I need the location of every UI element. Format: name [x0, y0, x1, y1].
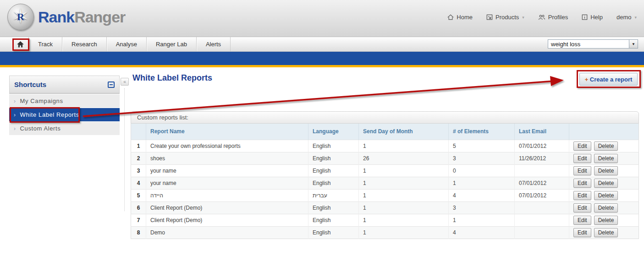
cell-send-day: 26: [359, 152, 449, 164]
delete-button[interactable]: Delete: [594, 141, 618, 151]
cell-send-day: 1: [359, 226, 449, 239]
sidebar-item-custom-alerts[interactable]: ›Custom Alerts: [9, 122, 120, 135]
cell-row-number: 7: [131, 214, 146, 226]
cell-elements: 0: [449, 164, 515, 177]
sidebar-item-label: White Label Reports: [20, 111, 79, 118]
cell-send-day: 1: [359, 201, 449, 214]
minimize-icon[interactable]: [108, 81, 115, 88]
profiles-icon: [538, 14, 545, 20]
help-icon: [582, 14, 588, 20]
col-header-report-name: Report Name: [146, 124, 308, 140]
nav-item-home[interactable]: Home: [447, 14, 473, 21]
edit-button[interactable]: Edit: [573, 166, 591, 175]
cell-send-day: 1: [359, 177, 449, 189]
nav-item-label: Products: [495, 14, 519, 21]
cell-row-number: 8: [131, 226, 146, 239]
brand-name: RankRanger: [38, 8, 125, 26]
cell-last-email: [515, 226, 569, 239]
cell-send-day: 1: [359, 164, 449, 177]
tab-alerts[interactable]: Alerts: [197, 37, 231, 51]
edit-button[interactable]: Edit: [573, 154, 591, 163]
cell-row-number: 2: [131, 152, 146, 164]
sidebar-item-label: Custom Alerts: [20, 125, 61, 132]
sidebar-item-my-campaigns[interactable]: ›My Campaigns: [9, 94, 120, 108]
cell-language: English: [308, 152, 359, 164]
chevron-right-icon: ›: [14, 125, 16, 132]
cell-actions: EditDelete: [569, 189, 639, 201]
delete-button[interactable]: Delete: [594, 228, 618, 237]
dropdown-arrow-icon[interactable]: ▼: [629, 40, 638, 48]
reports-table-container: Custom reports list: Report NameLanguage…: [131, 111, 639, 239]
collapse-panel-button[interactable]: «: [121, 78, 129, 86]
cell-language: English: [308, 140, 359, 152]
delete-button[interactable]: Delete: [594, 154, 618, 163]
tab-track[interactable]: Track: [29, 37, 62, 51]
table-caption: Custom reports list:: [131, 111, 639, 124]
sidebar-item-label: My Campaigns: [20, 98, 63, 104]
cell-elements: 5: [449, 140, 515, 152]
main-tabs: TrackResearchAnalyseRanger LabAlerts: [12, 37, 231, 51]
cell-last-email: 11/26/2012: [515, 152, 569, 164]
sidebar-title: Shortcuts: [14, 81, 46, 88]
delete-button[interactable]: Delete: [594, 203, 618, 212]
edit-button[interactable]: Edit: [573, 228, 591, 237]
top-header: ✶ R RankRanger HomeProducts▾ProfilesHelp…: [0, 0, 644, 37]
campaign-select[interactable]: weight loss ▼: [548, 39, 638, 49]
cell-report-name: shoes: [146, 152, 308, 164]
nav-item-demo[interactable]: demo▾: [616, 14, 637, 21]
cell-language: English: [308, 177, 359, 189]
edit-button[interactable]: Edit: [573, 141, 591, 151]
edit-button[interactable]: Edit: [573, 179, 591, 188]
table-row: 7Client Report (Demo)English11EditDelete: [131, 214, 639, 226]
yellow-accent-line: [0, 65, 644, 67]
caret-down-icon: ▾: [522, 15, 524, 20]
blue-accent-bar: [0, 52, 644, 65]
brand-name-secondary: Ranger: [74, 8, 125, 26]
create-report-button[interactable]: + Create a report: [579, 73, 638, 86]
delete-button[interactable]: Delete: [594, 191, 618, 200]
table-row: 5היידהעברית1407/01/2012EditDelete: [131, 189, 639, 201]
cell-elements: 1: [449, 214, 515, 226]
cell-row-number: 5: [131, 189, 146, 201]
cell-send-day: 1: [359, 140, 449, 152]
cell-elements: 4: [449, 189, 515, 201]
nav-item-help[interactable]: Help: [582, 14, 603, 21]
tab-research[interactable]: Research: [62, 37, 107, 51]
table-row: 1Create your own professional reportsEng…: [131, 140, 639, 152]
plus-icon: +: [585, 76, 589, 83]
sidebar-items: ›My Campaigns›White Label Reports›Custom…: [9, 94, 120, 135]
edit-button[interactable]: Edit: [573, 216, 591, 225]
delete-button[interactable]: Delete: [594, 166, 618, 175]
cell-row-number: 3: [131, 164, 146, 177]
nav-item-products[interactable]: Products▾: [486, 14, 524, 21]
home-icon: [447, 14, 454, 20]
create-report-label: Create a report: [590, 76, 632, 83]
badge-letter: R: [8, 4, 33, 30]
cell-last-email: [515, 201, 569, 214]
panel-separator: [124, 88, 125, 211]
tab-analyse[interactable]: Analyse: [107, 37, 147, 51]
edit-button[interactable]: Edit: [573, 203, 591, 212]
cell-report-name: Create your own professional reports: [146, 140, 308, 152]
edit-button[interactable]: Edit: [573, 191, 591, 200]
table-row: 3your nameEnglish10EditDelete: [131, 164, 639, 177]
tab-home[interactable]: [12, 37, 29, 51]
tab-ranger-lab[interactable]: Ranger Lab: [147, 37, 197, 51]
top-nav: HomeProducts▾ProfilesHelpdemo▾: [447, 14, 637, 21]
nav-item-profiles[interactable]: Profiles: [538, 14, 568, 21]
table-row: 8DemoEnglish14EditDelete: [131, 226, 639, 239]
cell-language: English: [308, 226, 359, 239]
chevron-right-icon: ›: [14, 98, 16, 104]
sidebar-item-white-label-reports[interactable]: ›White Label Reports: [9, 108, 120, 121]
delete-button[interactable]: Delete: [594, 179, 618, 188]
cell-elements: 3: [449, 152, 515, 164]
cell-send-day: 1: [359, 189, 449, 201]
cell-actions: EditDelete: [569, 164, 639, 177]
tab-bar: TrackResearchAnalyseRanger LabAlerts wei…: [0, 37, 644, 52]
cell-report-name: היידה: [146, 189, 308, 201]
home-solid-icon: [17, 41, 24, 48]
delete-button[interactable]: Delete: [594, 216, 618, 225]
cell-report-name: Client Report (Demo): [146, 201, 308, 214]
shortcuts-sidebar: Shortcuts ›My Campaigns›White Label Repo…: [9, 76, 120, 135]
cell-actions: EditDelete: [569, 177, 639, 189]
